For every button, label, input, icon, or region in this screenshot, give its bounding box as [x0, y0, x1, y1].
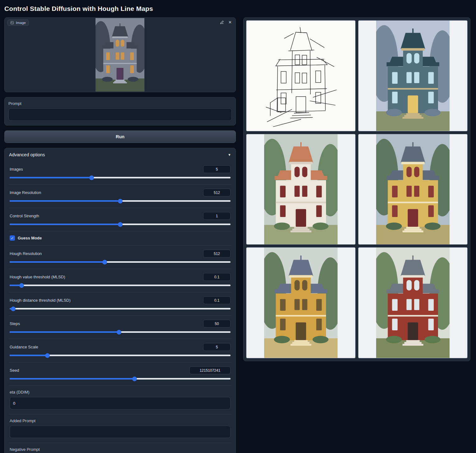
generated-art-2: [264, 134, 338, 245]
images-number-input[interactable]: [203, 165, 231, 173]
input-photo-art: [96, 18, 144, 92]
input-image[interactable]: [96, 18, 144, 92]
hough-resolution-label: Hough Resolution: [10, 251, 42, 256]
slider-row-control-strength: Control Strength: [9, 208, 231, 231]
chevron-down-icon: ▼: [228, 153, 231, 157]
hough-value-threshold-label: Hough value threshold (MLSD): [10, 275, 65, 279]
image-actions: ✕: [220, 20, 232, 24]
run-button[interactable]: Run: [4, 130, 236, 143]
image-component-label: Image: [7, 20, 29, 26]
generated-art-4: [264, 248, 338, 358]
seed-slider[interactable]: [10, 378, 231, 380]
added-prompt-input[interactable]: [10, 426, 231, 438]
guidance-scale-slider-handle[interactable]: [45, 353, 50, 358]
advanced-options-title: Advanced options: [9, 152, 45, 157]
prompt-label: Prompt: [8, 101, 232, 106]
slider-row-hough-value-threshold: Hough value threshold (MLSD): [9, 269, 231, 292]
steps-slider-handle[interactable]: [117, 330, 121, 334]
clear-icon[interactable]: ✕: [228, 20, 232, 24]
hough-distance-threshold-label: Hough distance threshold (MLSD): [10, 298, 71, 303]
added-prompt-row: Added Prompt: [9, 414, 231, 443]
eta-row: eta (DDIM): [9, 385, 231, 414]
hough-value-threshold-slider[interactable]: [10, 285, 231, 286]
control-strength-label: Control Strength: [10, 214, 39, 218]
image-resolution-slider-handle[interactable]: [118, 199, 123, 203]
guess-mode-label: Guess Mode: [18, 236, 42, 240]
main-columns: Image ✕ Prompt: [4, 17, 472, 453]
negative-prompt-label: Negative Prompt: [10, 447, 231, 452]
slider-row-hough-resolution: Hough Resolution: [9, 245, 231, 269]
controls-column: Image ✕ Prompt: [4, 17, 236, 453]
seed-label: Seed: [10, 368, 19, 373]
advanced-options-body: Images Image Resolution: [5, 161, 236, 453]
gallery-item-hough-line-map[interactable]: [246, 20, 356, 131]
image-icon: [10, 21, 14, 25]
gallery-item-generated-4[interactable]: [246, 247, 356, 358]
gallery-item-generated-2[interactable]: [246, 134, 356, 245]
image-resolution-label: Image Resolution: [10, 190, 41, 195]
image-label-text: Image: [16, 21, 26, 25]
seed-slider-handle[interactable]: [132, 376, 137, 381]
control-strength-slider-handle[interactable]: [118, 222, 123, 227]
results-column: [243, 17, 470, 361]
slider-row-seed: Seed: [9, 362, 231, 385]
guidance-scale-slider[interactable]: [10, 355, 231, 356]
added-prompt-label: Added Prompt: [10, 418, 231, 423]
control-strength-number-input[interactable]: [203, 212, 231, 220]
hough-resolution-number-input[interactable]: [203, 250, 231, 257]
guidance-scale-label: Guidance Scale: [10, 345, 38, 349]
gallery-item-generated-5[interactable]: [358, 247, 468, 358]
slider-row-steps: Steps: [9, 315, 231, 339]
hough-distance-threshold-slider-handle[interactable]: [11, 306, 16, 311]
page-title: Control Stable Diffusion with Hough Line…: [4, 5, 472, 12]
guidance-scale-number-input[interactable]: [203, 343, 231, 351]
slider-row-image-resolution: Image Resolution: [9, 184, 231, 208]
hough-value-threshold-slider-handle[interactable]: [19, 283, 24, 288]
images-slider-handle[interactable]: [89, 175, 94, 180]
negative-prompt-row: Negative Prompt: [9, 443, 231, 453]
generated-art-5: [376, 248, 450, 358]
hough-distance-threshold-number-input[interactable]: [203, 296, 231, 304]
image-resolution-number-input[interactable]: [203, 189, 231, 196]
slider-row-images: Images: [9, 161, 231, 184]
seed-number-input[interactable]: [189, 366, 231, 374]
generated-art-3: [376, 134, 450, 245]
slider-row-hough-distance-threshold: Hough distance threshold (MLSD): [9, 292, 231, 315]
checkbox-checked-icon: ✓: [10, 235, 15, 241]
images-label: Images: [10, 167, 23, 172]
output-gallery: [243, 17, 470, 361]
prompt-input[interactable]: [8, 108, 232, 121]
eta-input[interactable]: [10, 397, 231, 409]
steps-label: Steps: [10, 321, 20, 326]
hough-line-map-art: [264, 21, 338, 131]
steps-slider[interactable]: [10, 331, 231, 333]
advanced-options-block: Advanced options ▼ Images: [4, 148, 236, 453]
gallery-item-generated-3[interactable]: [358, 134, 468, 245]
hough-value-threshold-number-input[interactable]: [203, 273, 231, 281]
image-upload-component[interactable]: Image ✕: [4, 17, 236, 92]
prompt-block: Prompt: [4, 97, 236, 125]
gallery-item-generated-1[interactable]: [358, 20, 468, 131]
image-resolution-slider[interactable]: [10, 200, 231, 202]
hough-resolution-slider-handle[interactable]: [102, 260, 107, 264]
images-slider[interactable]: [10, 177, 231, 178]
edit-icon[interactable]: [220, 20, 224, 24]
steps-number-input[interactable]: [203, 320, 231, 328]
slider-row-guidance-scale: Guidance Scale: [9, 339, 231, 362]
generated-art-1: [376, 21, 450, 131]
eta-label: eta (DDIM): [10, 390, 231, 394]
app-page: Control Stable Diffusion with Hough Line…: [0, 0, 476, 453]
guess-mode-checkbox-row[interactable]: ✓ Guess Mode: [9, 231, 231, 245]
advanced-options-header[interactable]: Advanced options ▼: [5, 148, 236, 161]
control-strength-slider[interactable]: [10, 224, 231, 225]
hough-resolution-slider[interactable]: [10, 261, 231, 263]
hough-distance-threshold-slider[interactable]: [10, 308, 231, 309]
